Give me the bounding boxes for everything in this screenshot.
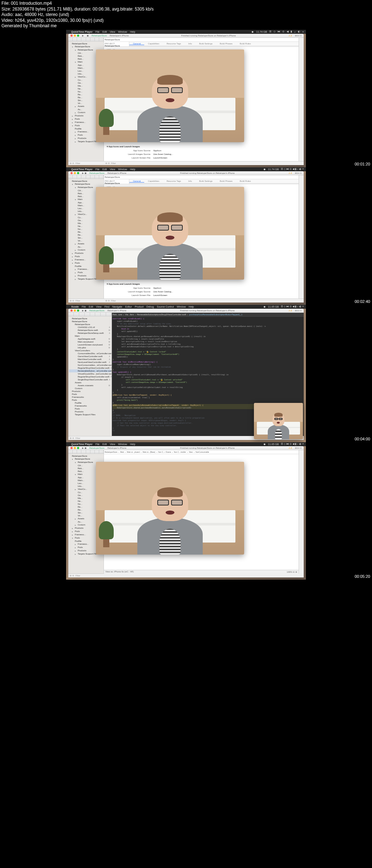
tree-item[interactable]: Assets xyxy=(69,381,111,384)
crumb[interactable]: Reb...tore xyxy=(113,313,122,316)
close-button[interactable] xyxy=(70,35,73,37)
menu-edit[interactable]: Edit xyxy=(102,168,107,171)
siri-icon[interactable]: ◐ xyxy=(298,30,300,33)
zoom-button[interactable] xyxy=(77,35,79,37)
tree-item[interactable]: ConsumablesSho...wController.swiftA xyxy=(69,352,111,355)
menu-file[interactable]: File xyxy=(82,305,86,308)
tree-item[interactable]: Info.plistM xyxy=(69,346,111,349)
battery-icon[interactable]: ▮ xyxy=(291,30,292,33)
tab-resource-tags[interactable]: Resource Tags xyxy=(163,43,185,45)
notification-icon[interactable]: ≡ xyxy=(302,31,304,33)
tree-item[interactable]: AppDelegate.swiftM xyxy=(69,337,111,340)
menu-window[interactable]: Window xyxy=(118,168,127,171)
tree-item[interactable]: RebeloperStore xyxy=(69,323,111,326)
tree-item[interactable]: RenewableSubsc...wController.swiftA xyxy=(69,369,111,372)
canvas-status-bar[interactable]: View as: iPhone 6s (wC · hR) 100% ⊖ ⊕ xyxy=(104,570,299,573)
record-icon[interactable]: ⏺ xyxy=(251,31,254,33)
tree-item[interactable]: SingleShopViewController.swiftA xyxy=(69,378,111,381)
target[interactable]: Rebeloper's iPhone xyxy=(110,35,129,37)
breadcrumb-bar[interactable]: RebeloperStore xyxy=(104,38,299,42)
menu-navigate[interactable]: Navigate xyxy=(112,305,122,308)
menu-view[interactable]: View xyxy=(110,168,115,171)
setting-value[interactable]: AppIcon xyxy=(153,149,161,152)
tree-item[interactable]: Main.storyboardM xyxy=(69,340,111,343)
tree-item[interactable]: Pods xyxy=(69,407,111,410)
menu-view[interactable]: View xyxy=(110,31,115,33)
tree-item[interactable]: MainViewController.swiftA xyxy=(69,358,111,361)
tab-build-settings[interactable]: Build Settings xyxy=(195,43,216,45)
tree-item[interactable]: RegularShopViewController.swiftA xyxy=(69,367,111,369)
record-icon[interactable]: ⏺ xyxy=(263,168,266,171)
menu-edit[interactable]: Edit xyxy=(89,305,93,308)
tree-item[interactable]: Pods xyxy=(69,399,111,401)
setting-value[interactable]: Use Asset Catalog... xyxy=(153,153,173,155)
wifi-icon[interactable]: ⊙ xyxy=(282,30,284,33)
spotlight-icon[interactable]: ⌕ xyxy=(294,31,296,33)
app-name[interactable]: Xcode xyxy=(71,305,79,308)
tree-item[interactable]: Assets.xcassetsM xyxy=(69,384,111,387)
menu-file[interactable]: File xyxy=(96,31,100,33)
jump-bar[interactable]: Reb...tore › Vie...llers › RenewableSubs… xyxy=(112,313,304,317)
stop-button[interactable]: ◼ xyxy=(87,34,89,37)
macos-menubar[interactable]: QuickTime Player File Edit View Window H… xyxy=(66,30,306,34)
tree-item[interactable]: VirtualGoodsSho...ewController.swiftA xyxy=(69,372,111,375)
tab-general[interactable]: General xyxy=(129,43,144,45)
menu-window[interactable]: Window xyxy=(177,305,186,308)
menu-source-control[interactable]: Source Control xyxy=(157,305,174,308)
menu-debug[interactable]: Debug xyxy=(146,305,154,308)
app-name[interactable]: QuickTime Player xyxy=(71,31,93,33)
tree-item[interactable]: GemsViewController.swiftA xyxy=(69,355,111,358)
tree-item[interactable]: LaunchScreen.storyboardM xyxy=(69,343,111,346)
tab-build-phases[interactable]: Build Phases xyxy=(216,43,236,45)
tree-item[interactable]: RebeloperStore xyxy=(69,180,103,183)
tree-item[interactable]: NonConsumables...wController.swiftA xyxy=(69,364,111,367)
setting-value[interactable]: LaunchScreen xyxy=(153,157,167,159)
tab-capabilities[interactable]: Capabilities xyxy=(144,43,163,45)
tree-item[interactable]: Frameworks xyxy=(69,396,111,399)
tree-item[interactable]: Frameworks xyxy=(69,404,111,407)
menu-window[interactable]: Window xyxy=(118,31,127,33)
storyboard-breadcrumb[interactable]: RebeloperStore › Main › Main.st...yboard… xyxy=(104,450,299,454)
tree-item[interactable]: Pods xyxy=(69,393,111,396)
crumb[interactable]: purchaseAutoRenewableSubscriptionButtonT… xyxy=(189,313,242,316)
dropbox-icon[interactable]: ◇ xyxy=(274,30,275,33)
menu-view[interactable]: View xyxy=(96,305,101,308)
menu-file[interactable]: File xyxy=(96,168,100,171)
tree-item[interactable]: Podfile xyxy=(69,401,111,404)
tree-item[interactable]: NextLevelViewController.swiftA xyxy=(69,361,111,364)
volume-icon[interactable]: ◀ xyxy=(287,30,288,33)
run-button[interactable]: ▶ xyxy=(82,34,84,37)
menu-help[interactable]: Help xyxy=(130,168,135,171)
project-tabs[interactable]: General Capabilities Resource Tags Info … xyxy=(129,42,299,46)
tree-item[interactable]: Targets Support Files xyxy=(69,413,111,416)
menu-editor[interactable]: Editor xyxy=(125,305,132,308)
menu-edit[interactable]: Edit xyxy=(102,31,107,33)
macos-menubar[interactable]: QuickTime Player File Edit View Window H… xyxy=(66,442,306,446)
tree-item[interactable]: RebeloperStore xyxy=(69,320,111,323)
tree-item[interactable]: RebeloperStore xyxy=(69,45,103,48)
tree-item[interactable]: RebeloperStore xyxy=(69,42,103,45)
tree-item[interactable]: CHANGE LOG.rtfA xyxy=(69,326,111,329)
project-tree[interactable]: RebeloperStoreRebeloperStoreRebeloperSto… xyxy=(68,316,112,417)
tree-item[interactable]: RebeloperStore xyxy=(69,183,103,186)
navigator-filter[interactable]: ⊕ ⊚ Filter xyxy=(68,161,104,165)
macos-menubar[interactable]: QuickTime Player File Edit View Window H… xyxy=(66,167,306,171)
tree-item[interactable]: RebeloperStore.swiftM xyxy=(69,329,111,332)
navigator-sidebar[interactable]: RebeloperStoreRebeloperStoreRebeloperSto… xyxy=(68,313,112,436)
section-header[interactable]: ▾ App Icons and Launch Images xyxy=(107,144,296,149)
view-as-label[interactable]: View as: iPhone 6s (wC · hR) xyxy=(105,571,134,573)
tree-item[interactable]: RebeloperStore xyxy=(69,457,103,461)
wifi-icon[interactable]: ☰ xyxy=(269,30,271,33)
warning-icon[interactable]: ⚠ 2 xyxy=(288,34,292,37)
crumb[interactable]: Vie...llers xyxy=(125,313,134,316)
tab-build-rules[interactable]: Build Rules xyxy=(236,43,254,45)
bluetooth-icon[interactable]: ⧓ xyxy=(278,30,280,33)
tree-item[interactable]: RebeloperStoreSetup.swiftA xyxy=(69,332,111,335)
macos-menubar[interactable]: Xcode File Edit View Find Navigate Edito… xyxy=(66,305,306,309)
tree-item[interactable]: RebeloperStore xyxy=(69,455,103,457)
menu-find[interactable]: Find xyxy=(104,305,109,308)
tree-item[interactable]: ViewControllers xyxy=(69,349,111,352)
tree-item[interactable]: Main xyxy=(69,335,111,337)
breadcrumb[interactable]: RebeloperStore xyxy=(105,39,120,41)
minimize-button[interactable] xyxy=(74,35,76,37)
